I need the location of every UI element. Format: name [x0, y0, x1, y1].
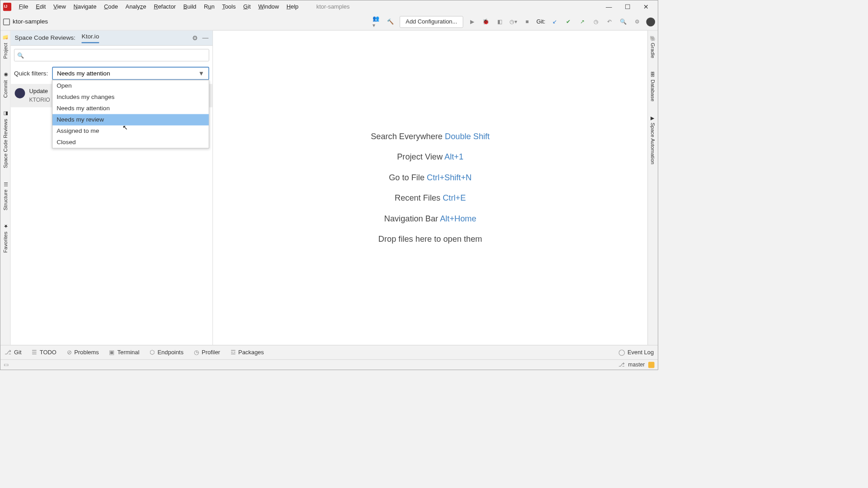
status-bar: ▭ ⎇ master [0, 359, 658, 370]
panel-title: Space Code Reviews: [15, 34, 75, 42]
close-button[interactable]: ✕ [642, 3, 650, 11]
hint-search-everywhere: Search Everywhere Double Shift [371, 131, 490, 141]
branch-icon: ⎇ [618, 361, 625, 368]
menu-view[interactable]: View [50, 2, 69, 12]
menu-tools[interactable]: Tools [219, 2, 239, 12]
run-icon[interactable]: ▶ [468, 17, 477, 26]
drop-files-hint: Drop files here to open them [378, 235, 482, 244]
build-hammer-icon[interactable]: 🔨 [386, 17, 395, 26]
bottom-git[interactable]: ⎇Git [5, 349, 22, 356]
filter-option-needs-my-review[interactable]: Needs my review [52, 114, 209, 126]
menu-refactor[interactable]: Refactor [151, 2, 179, 12]
gutter-database[interactable]: 🗄Database [649, 70, 656, 103]
folder-icon: 📁 [3, 35, 8, 41]
menu-analyze[interactable]: Analyze [122, 2, 150, 12]
chevron-down-icon: ▼ [198, 70, 204, 77]
warning-icon: ⊘ [67, 349, 72, 356]
filter-option-assigned-to-me[interactable]: Assigned to me [52, 126, 209, 137]
git-label: Git: [536, 19, 545, 25]
lock-icon[interactable] [648, 361, 655, 368]
review-search-input[interactable]: 🔍 [14, 49, 209, 61]
filter-option-open[interactable]: Open [52, 80, 209, 91]
gutter-space-reviews[interactable]: Space Code Reviews◧ [2, 109, 9, 170]
debug-icon[interactable]: 🐞 [481, 17, 491, 26]
menu-build[interactable]: Build [180, 2, 200, 12]
gradle-icon: 🐘 [650, 35, 656, 41]
filter-option-closed[interactable]: Closed [52, 137, 209, 148]
users-icon[interactable]: 👥▾ [373, 17, 382, 26]
gutter-commit[interactable]: Commit◉ [2, 70, 9, 100]
bottom-todo[interactable]: ☰TODO [32, 349, 56, 356]
window-controls: — ☐ ✕ [605, 3, 655, 11]
app-icon [3, 3, 11, 11]
list-icon: ☰ [32, 349, 37, 356]
editor-empty-state: Search Everywhere Double Shift Project V… [213, 30, 648, 345]
minimize-button[interactable]: — [605, 3, 613, 11]
history-icon[interactable]: ◷ [591, 17, 600, 26]
main-area: Project📁 Commit◉ Space Code Reviews◧ Str… [0, 30, 658, 345]
hint-go-to-file: Go to File Ctrl+Shift+N [389, 173, 472, 182]
quick-filters-select[interactable]: Needs my attention ▼ Open Includes my ch… [52, 67, 209, 80]
commit-icon: ◉ [3, 73, 8, 78]
coverage-icon[interactable]: ◧ [495, 17, 504, 26]
quick-filters-dropdown: Open Includes my changes Needs my attent… [52, 80, 209, 149]
bottom-terminal[interactable]: ▣Terminal [109, 349, 139, 356]
profiler-dropdown-icon[interactable]: ◷▾ [509, 17, 518, 26]
stop-icon[interactable]: ■ [523, 17, 532, 26]
user-avatar[interactable] [646, 17, 655, 26]
search-icon[interactable]: 🔍 [619, 17, 628, 26]
panel-tab-ktorio[interactable]: Ktor.io [82, 33, 99, 43]
bottom-packages[interactable]: ☲Packages [231, 349, 264, 356]
maximize-button[interactable]: ☐ [623, 3, 632, 11]
gutter-structure[interactable]: Structure☰ [2, 180, 9, 212]
menu-help[interactable]: Help [283, 2, 302, 12]
right-tool-gutter: 🐘Gradle 🗄Database ▶Space Automation [647, 30, 658, 345]
filter-option-needs-my-attention[interactable]: Needs my attention [52, 103, 209, 114]
menu-run[interactable]: Run [200, 2, 218, 12]
bottom-event-log[interactable]: ◯Event Log [618, 349, 654, 356]
menu-code[interactable]: Code [100, 2, 121, 12]
menu-git[interactable]: Git [240, 2, 254, 12]
bottom-endpoints[interactable]: ⬡Endpoints [150, 349, 184, 356]
review-author-avatar [15, 88, 25, 99]
menu-window[interactable]: Window [255, 2, 283, 12]
menu-file[interactable]: File [15, 2, 32, 12]
git-commit-icon[interactable]: ✔ [564, 17, 573, 26]
add-configuration-button[interactable]: Add Configuration... [400, 16, 463, 28]
window-title: ktor-samples [316, 4, 350, 10]
hint-navigation-bar: Navigation Bar Alt+Home [384, 214, 476, 223]
gutter-project[interactable]: Project📁 [2, 33, 9, 61]
bottom-profiler[interactable]: ◷Profiler [194, 349, 220, 356]
panel-gear-icon[interactable]: ⚙ [192, 34, 198, 42]
module-icon [3, 19, 10, 25]
bottom-problems[interactable]: ⊘Problems [67, 349, 99, 356]
search-icon: 🔍 [17, 52, 24, 58]
filter-selected-value: Needs my attention [57, 70, 110, 77]
ide-window: File Edit View Navigate Code Analyze Ref… [0, 0, 658, 370]
settings-icon[interactable]: ⚙ [632, 17, 642, 26]
git-update-icon[interactable]: ↙ [550, 17, 559, 26]
database-icon: 🗄 [650, 72, 656, 77]
chat-icon: ◯ [618, 349, 625, 356]
menu-navigate[interactable]: Navigate [70, 2, 100, 12]
filter-option-includes-my-changes[interactable]: Includes my changes [52, 91, 209, 103]
rollback-icon[interactable]: ↶ [605, 17, 614, 26]
hint-recent-files: Recent Files Ctrl+E [395, 193, 466, 203]
panel-minimize-icon[interactable]: — [202, 34, 208, 42]
panel-header: Space Code Reviews: Ktor.io ⚙ — [11, 30, 213, 45]
breadcrumb[interactable]: ktor-samples [13, 18, 48, 25]
gutter-gradle[interactable]: 🐘Gradle [649, 33, 656, 61]
gutter-favorites[interactable]: Favorites★ [2, 222, 9, 255]
branch-icon: ⎇ [5, 349, 11, 356]
structure-icon: ☰ [3, 182, 8, 187]
status-left-icon[interactable]: ▭ [4, 361, 9, 368]
packages-icon: ☲ [231, 349, 236, 356]
gutter-space-automation[interactable]: ▶Space Automation [649, 113, 656, 166]
reviews-icon: ◧ [3, 112, 8, 117]
menu-edit[interactable]: Edit [33, 2, 49, 12]
automation-icon: ▶ [650, 115, 656, 121]
review-title: Update [29, 88, 50, 95]
git-push-icon[interactable]: ↗ [578, 17, 587, 26]
git-branch[interactable]: master [628, 361, 645, 368]
endpoints-icon: ⬡ [150, 349, 155, 356]
